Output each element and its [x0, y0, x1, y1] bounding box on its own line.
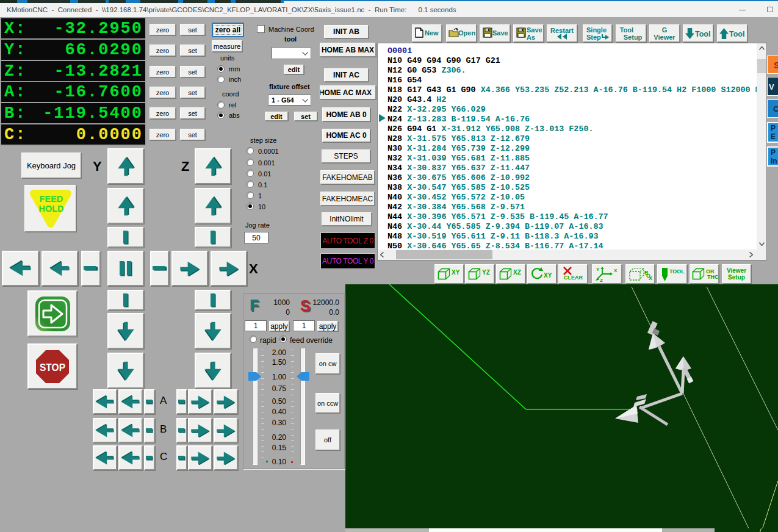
svg-text:STOP: STOP: [40, 362, 65, 373]
svg-text:X: X: [614, 268, 618, 273]
svg-text:HOLD: HOLD: [38, 204, 63, 214]
svg-text:FEED: FEED: [39, 194, 63, 204]
svg-text:Y: Y: [596, 267, 600, 272]
svg-text:Z: Z: [600, 278, 603, 282]
